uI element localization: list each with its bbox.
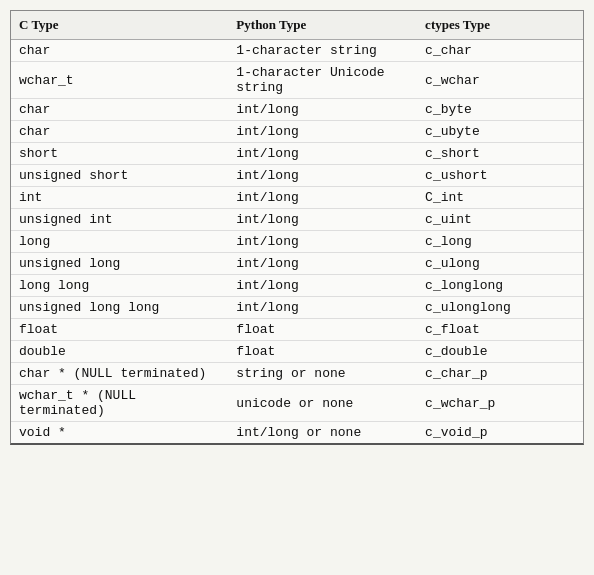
type-mapping-table: C Type Python Type ctypes Type char1-cha… <box>10 10 584 445</box>
cell-ctypes: c_short <box>417 143 583 165</box>
cell-ctypes: c_void_p <box>417 422 583 444</box>
cell-ctype: unsigned long <box>11 253 228 275</box>
table-row: unsigned long longint/longc_ulonglong <box>11 297 583 319</box>
table-row: char1-character stringc_char <box>11 40 583 62</box>
cell-ctype: double <box>11 341 228 363</box>
cell-ctype: char * (NULL terminated) <box>11 363 228 385</box>
cell-ctypes: c_char_p <box>417 363 583 385</box>
cell-ctypes: c_float <box>417 319 583 341</box>
cell-python: int/long <box>228 297 417 319</box>
cell-python: int/long <box>228 165 417 187</box>
cell-python: unicode or none <box>228 385 417 422</box>
table-row: doublefloatc_double <box>11 341 583 363</box>
cell-python: int/long <box>228 99 417 121</box>
cell-ctypes: C_int <box>417 187 583 209</box>
table-row: char * (NULL terminated)string or nonec_… <box>11 363 583 385</box>
cell-python: int/long <box>228 143 417 165</box>
cell-ctype: unsigned short <box>11 165 228 187</box>
cell-ctypes: c_ushort <box>417 165 583 187</box>
cell-ctype: long <box>11 231 228 253</box>
cell-python: int/long <box>228 231 417 253</box>
table-row: unsigned longint/longc_ulong <box>11 253 583 275</box>
cell-ctype: char <box>11 99 228 121</box>
table-row: intint/longC_int <box>11 187 583 209</box>
header-python: Python Type <box>228 11 417 40</box>
cell-ctypes: c_wchar <box>417 62 583 99</box>
cell-ctype: void * <box>11 422 228 444</box>
cell-python: int/long <box>228 121 417 143</box>
cell-ctype: short <box>11 143 228 165</box>
table-row: wchar_t * (NULL terminated)unicode or no… <box>11 385 583 422</box>
table-row: charint/longc_byte <box>11 99 583 121</box>
header-ctypes: ctypes Type <box>417 11 583 40</box>
table-row: unsigned intint/longc_uint <box>11 209 583 231</box>
cell-python: int/long or none <box>228 422 417 444</box>
table-row: void *int/long or nonec_void_p <box>11 422 583 444</box>
cell-ctype: unsigned long long <box>11 297 228 319</box>
cell-ctypes: c_ulonglong <box>417 297 583 319</box>
cell-ctype: char <box>11 40 228 62</box>
cell-python: int/long <box>228 187 417 209</box>
cell-ctypes: c_long <box>417 231 583 253</box>
table-row: shortint/longc_short <box>11 143 583 165</box>
cell-python: int/long <box>228 253 417 275</box>
table-row: unsigned shortint/longc_ushort <box>11 165 583 187</box>
table-header-row: C Type Python Type ctypes Type <box>11 11 583 40</box>
cell-ctypes: c_ubyte <box>417 121 583 143</box>
cell-ctypes: c_byte <box>417 99 583 121</box>
cell-python: string or none <box>228 363 417 385</box>
cell-python: float <box>228 341 417 363</box>
cell-ctype: long long <box>11 275 228 297</box>
table-row: wchar_t1-character Unicode stringc_wchar <box>11 62 583 99</box>
cell-ctype: int <box>11 187 228 209</box>
cell-ctype: wchar_t * (NULL terminated) <box>11 385 228 422</box>
cell-ctypes: c_wchar_p <box>417 385 583 422</box>
cell-ctypes: c_ulong <box>417 253 583 275</box>
cell-python: 1-character Unicode string <box>228 62 417 99</box>
cell-python: float <box>228 319 417 341</box>
cell-ctype: unsigned int <box>11 209 228 231</box>
cell-ctypes: c_char <box>417 40 583 62</box>
cell-ctypes: c_uint <box>417 209 583 231</box>
table-row: floatfloatc_float <box>11 319 583 341</box>
cell-python: int/long <box>228 209 417 231</box>
cell-ctype: wchar_t <box>11 62 228 99</box>
cell-python: int/long <box>228 275 417 297</box>
cell-ctypes: c_longlong <box>417 275 583 297</box>
table-row: long longint/longc_longlong <box>11 275 583 297</box>
cell-ctype: float <box>11 319 228 341</box>
table-row: longint/longc_long <box>11 231 583 253</box>
header-ctype: C Type <box>11 11 228 40</box>
table-row: charint/longc_ubyte <box>11 121 583 143</box>
cell-python: 1-character string <box>228 40 417 62</box>
cell-ctypes: c_double <box>417 341 583 363</box>
cell-ctype: char <box>11 121 228 143</box>
